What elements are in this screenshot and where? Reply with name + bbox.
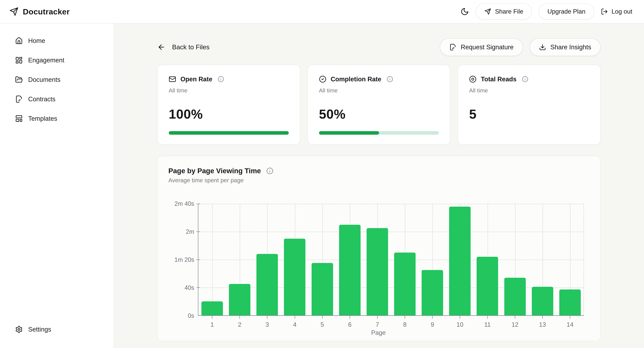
stat-value: 100% [169,106,289,122]
progress-fill [169,131,289,135]
x-tick-label: 12 [512,321,518,328]
sidebar-item-engagement[interactable]: Engagement [15,56,114,64]
share-insights-button[interactable]: Share Insights [530,38,600,56]
dark-mode-toggle[interactable] [460,8,469,16]
bar-page-9[interactable] [422,270,443,315]
upgrade-plan-button[interactable]: Upgrade Plan [539,3,594,20]
y-tick-label: 0s [188,312,194,319]
share-file-label: Share File [495,8,524,15]
chart-plot: 1234567891011121314 [198,204,584,316]
bar-page-13[interactable] [532,287,553,315]
bar-page-1[interactable] [202,302,223,315]
home-icon [15,37,23,44]
bar-page-6[interactable] [339,225,360,315]
progress-bar [319,131,439,135]
bar-page-11[interactable] [477,257,498,315]
share-file-button[interactable]: Share File [476,3,532,20]
y-tick-label: 2m [186,228,194,235]
back-to-files-link[interactable]: Back to Files [157,43,210,51]
download-icon [539,44,546,51]
x-axis-tick [267,316,268,319]
y-tick-label: 40s [184,284,194,291]
x-tick-label: 7 [376,321,379,328]
logout-label: Log out [612,8,632,15]
x-axis-tick [405,316,405,319]
x-axis-tick [542,316,543,319]
sidebar-item-settings[interactable]: Settings [15,326,114,333]
info-icon[interactable] [387,76,393,82]
logout-button[interactable]: Log out [601,8,632,15]
sidebar-item-contracts[interactable]: Contracts [15,95,114,103]
x-axis-tick [294,316,295,319]
progress-fill [319,131,379,135]
stat-period: All time [319,87,439,94]
sidebar-item-home[interactable]: Home [15,37,114,44]
x-tick-label: 5 [320,321,324,328]
x-tick-label: 1 [210,321,214,328]
x-tick-label: 10 [456,321,464,328]
x-tick-label: 8 [403,321,407,328]
file-pen-icon [449,44,456,51]
bar-slot [529,204,556,315]
x-axis-tick [570,316,570,319]
x-axis-tick [240,316,240,319]
info-icon[interactable] [218,76,224,82]
x-axis-tick [212,316,212,319]
mail-icon [169,76,176,83]
bar-page-5[interactable] [312,263,333,315]
sidebar-item-label: Contracts [28,96,56,103]
bar-page-12[interactable] [504,278,526,315]
back-to-files-label: Back to Files [172,44,210,51]
bar-slot [336,204,364,315]
chart-plot-wrap: 0s40s1m 20s2m2m 40s 1234567891011121314 [168,204,588,316]
bar-slot [198,204,226,315]
y-tick-label: 1m 20s [174,256,194,263]
main-content: Back to Files Request Signature Share In… [114,24,644,348]
toolbar-row: Back to Files Request Signature Share In… [157,38,600,56]
stat-title: Open Rate [180,76,212,83]
x-tick-label: 13 [539,321,546,328]
info-icon[interactable] [266,168,273,174]
sidebar-item-label: Engagement [28,57,64,64]
bar-slot [391,204,418,315]
chart-x-axis-title: Page [168,329,588,336]
toolbar-actions: Request Signature Share Insights [440,38,600,56]
stat-card-completion-rate: Completion Rate All time 50% [308,65,450,145]
chart-title: Page by Page Viewing Time [168,167,261,175]
logout-icon [601,8,608,15]
bar-page-4[interactable] [284,239,306,315]
bar-slot [556,204,584,315]
request-signature-button[interactable]: Request Signature [440,38,523,56]
bar-page-3[interactable] [256,254,278,315]
arrow-left-icon [157,43,165,51]
paper-plane-icon [10,7,18,16]
bar-slot [254,204,281,315]
progress-bar [169,131,289,135]
upgrade-plan-label: Upgrade Plan [548,8,585,15]
sidebar: Home Engagement Documents Contracts Temp… [0,24,114,348]
bar-slot [364,204,391,315]
app-logo[interactable]: Docutracker [0,7,114,16]
x-axis-tick [487,316,488,319]
bar-page-8[interactable] [394,252,416,315]
x-tick-label: 2 [238,321,242,328]
sidebar-item-label: Home [28,37,45,44]
chart-card: Page by Page Viewing Time Average time s… [157,156,600,341]
stat-title: Completion Rate [331,76,381,83]
bar-page-14[interactable] [559,290,581,315]
bar-page-10[interactable] [449,206,470,315]
stat-period: All time [169,87,289,94]
app-title: Docutracker [23,7,70,16]
bar-page-7[interactable] [366,228,388,315]
sidebar-item-documents[interactable]: Documents [15,76,114,84]
stat-card-open-rate: Open Rate All time 100% [157,65,300,145]
bar-slot [474,204,501,315]
info-icon[interactable] [522,76,528,82]
topbar-actions: Share File Upgrade Plan Log out [114,3,644,20]
x-axis-tick [515,316,515,319]
bar-page-2[interactable] [229,284,250,315]
sidebar-item-templates[interactable]: Templates [15,115,114,122]
chart-subtitle: Average time spent per page [168,177,588,184]
stat-period: All time [469,87,589,94]
x-tick-label: 3 [266,321,269,328]
